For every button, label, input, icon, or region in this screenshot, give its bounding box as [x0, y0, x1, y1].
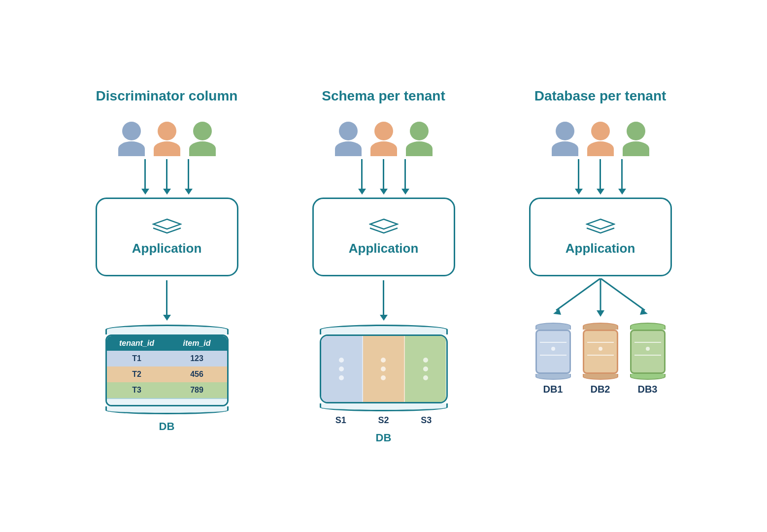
svg-marker-6 — [597, 310, 604, 317]
schema-label-s2: S2 — [362, 415, 405, 426]
arrow-1 — [575, 159, 583, 195]
arrow-head — [575, 189, 583, 195]
col-header-tenant: tenant_id — [107, 336, 167, 351]
schema-dot — [339, 358, 344, 363]
layers-icon-3 — [586, 218, 615, 236]
mini-cyl-dot — [646, 347, 650, 351]
arrow-line — [166, 159, 167, 189]
schema-dot — [423, 358, 428, 363]
users-row-3 — [552, 122, 649, 156]
mini-cyl-dot — [551, 347, 555, 351]
schema-cylinder-body — [320, 334, 448, 403]
svg-line-3 — [556, 278, 600, 310]
arrow-line — [404, 159, 406, 189]
mini-db-top — [630, 323, 666, 330]
arrow-line — [188, 159, 189, 189]
multi-db-row: DB1 DB2 — [535, 323, 666, 395]
svg-marker-0 — [153, 219, 181, 229]
arrow-3 — [185, 159, 193, 195]
user-body — [154, 141, 180, 156]
user-icon-orange-3 — [587, 122, 614, 156]
user-head — [556, 122, 574, 140]
schema-label-s3: S3 — [405, 415, 448, 426]
svg-marker-2 — [587, 219, 614, 229]
arrow-2 — [163, 159, 171, 195]
arrow-line — [144, 159, 146, 189]
schema-section-3 — [405, 336, 446, 402]
user-icon-orange-1 — [154, 122, 180, 156]
db-table-body: T1 123 T2 456 T3 789 — [107, 351, 227, 398]
user-body — [623, 141, 649, 156]
layers-icon-2 — [369, 218, 399, 236]
schema-dot — [339, 366, 344, 371]
schema-title: Schema per tenant — [322, 88, 445, 104]
schema-column: Schema per tenant — [290, 88, 477, 445]
diverge-arrows-svg — [532, 278, 669, 323]
db-label-2: DB — [376, 432, 392, 444]
database-title: Database per tenant — [534, 88, 667, 104]
schema-section-2 — [363, 336, 405, 402]
user-head — [158, 122, 176, 140]
mini-db-label-1: DB1 — [543, 384, 563, 395]
app-label-1: Application — [132, 241, 202, 256]
layers-icon-1 — [152, 218, 182, 236]
mini-cylinder-blue — [535, 330, 571, 374]
user-head — [122, 122, 141, 140]
users-row-2 — [335, 122, 433, 156]
mini-db-bottom — [583, 374, 618, 380]
user-body — [335, 141, 362, 156]
db-cylinder-1: tenant_id item_id T1 123 T2 456 T3 789 — [105, 334, 229, 406]
schema-db-top — [320, 325, 448, 334]
table-row: T1 123 — [107, 351, 227, 366]
mini-db-bottom — [630, 374, 666, 380]
user-head — [410, 122, 429, 140]
schema-dot — [381, 375, 386, 380]
schema-db-labels: S1 S2 S3 — [320, 415, 448, 426]
user-head — [193, 122, 212, 140]
arrow-head — [141, 189, 149, 195]
arrow-head — [163, 315, 171, 321]
mini-db-top — [535, 323, 571, 330]
arrow-line — [578, 159, 579, 189]
user-icon-green-3 — [623, 122, 649, 156]
schema-db-container: S1 S2 S3 DB — [320, 325, 448, 444]
app-box-2: Application — [312, 198, 455, 276]
stripe — [587, 355, 614, 356]
mini-cylinder-green — [630, 330, 666, 374]
mini-cyl-dot — [599, 347, 602, 351]
user-head — [591, 122, 610, 140]
user-body — [189, 141, 216, 156]
cell: T2 — [107, 366, 167, 382]
stripe — [634, 355, 661, 356]
db-bottom-ellipse — [105, 406, 229, 414]
app-box-1: Application — [96, 198, 238, 276]
cell: T1 — [107, 351, 167, 366]
arrow-3 — [401, 159, 409, 195]
user-icon-green-2 — [406, 122, 433, 156]
mini-db-3: DB3 — [630, 323, 666, 395]
db-label-1: DB — [159, 420, 175, 433]
schema-label-s1: S1 — [320, 415, 363, 426]
arrow-head — [618, 189, 626, 195]
user-icon-green-1 — [189, 122, 216, 156]
user-to-app-arrows-1 — [141, 159, 193, 195]
mini-db-bottom — [535, 374, 571, 380]
arrow-head — [185, 189, 193, 195]
database-column: Database per tenant — [507, 88, 694, 396]
user-body — [406, 141, 433, 156]
user-head — [339, 122, 358, 140]
diagram-container: Discriminator column — [0, 68, 767, 465]
arrow-line — [361, 159, 363, 189]
arrow-head — [163, 189, 171, 195]
user-body — [552, 141, 578, 156]
arrow-line — [166, 280, 167, 315]
discriminator-column: Discriminator column — [73, 88, 261, 433]
cell: 789 — [167, 382, 227, 398]
schema-db-bottom — [320, 403, 448, 411]
user-icon-orange-2 — [370, 122, 397, 156]
arrow-head — [380, 189, 388, 195]
mini-db-2: DB2 — [583, 323, 618, 395]
app-to-db-arrow-1 — [163, 280, 171, 321]
schema-dot — [381, 358, 386, 363]
arrow-head — [597, 189, 604, 195]
